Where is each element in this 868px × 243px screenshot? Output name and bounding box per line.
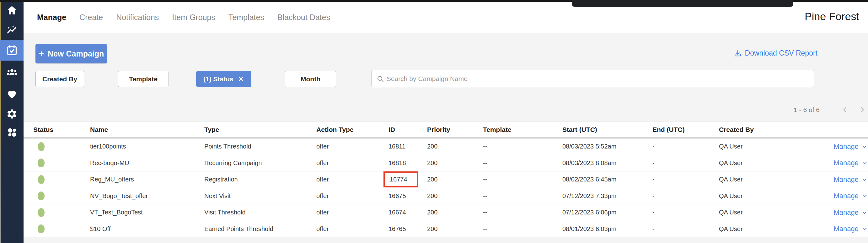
cell-template: --	[483, 192, 562, 200]
clear-filter-icon[interactable]: ✕	[238, 75, 244, 83]
cell-name: Reg_MU_offers	[90, 176, 204, 183]
manage-label: Manage	[834, 176, 859, 184]
cell-action-type: offer	[316, 192, 389, 200]
cell-priority: 200	[427, 176, 483, 183]
cell-template: --	[483, 176, 562, 183]
heart-icon	[6, 89, 18, 100]
cell-start-utc: 07/12/2023 6:06pm	[562, 209, 652, 216]
status-active-dot	[38, 191, 44, 200]
main-nav: ManageCreateNotificationsItem GroupsTemp…	[37, 2, 330, 33]
calendar-check-icon	[6, 44, 18, 56]
sidebar-item-heart[interactable]	[0, 84, 24, 104]
column-header-template: Template	[483, 126, 562, 133]
manage-label: Manage	[834, 225, 859, 233]
cell-template: --	[483, 209, 562, 216]
manage-dropdown-button[interactable]: Manage	[820, 209, 868, 217]
sidebar	[0, 0, 24, 243]
download-csv-link[interactable]: Download CSV Report	[734, 49, 817, 57]
cell-created-by: QA User	[719, 225, 820, 233]
nav-tab-manage[interactable]: Manage	[37, 13, 66, 22]
nav-tab-create[interactable]: Create	[80, 13, 103, 22]
nav-tab-templates[interactable]: Templates	[228, 13, 264, 22]
cell-end-utc: -	[652, 176, 719, 183]
cell-created-by: QA User	[719, 143, 820, 150]
new-campaign-button[interactable]: + New Campaign	[35, 44, 107, 63]
search-box[interactable]	[371, 70, 814, 87]
sidebar-item-gear[interactable]	[0, 103, 24, 124]
column-header-start-utc: Start (UTC)	[562, 126, 652, 133]
cell-type: Points Threshold	[204, 143, 316, 150]
manage-dropdown-button[interactable]: Manage	[820, 192, 868, 200]
cell-priority: 200	[427, 225, 483, 233]
cell-created-by: QA User	[719, 159, 820, 167]
nav-tab-item-groups[interactable]: Item Groups	[172, 13, 215, 22]
chevron-right-icon	[859, 107, 866, 113]
people-icon	[6, 66, 18, 78]
cell-start-utc: 08/01/2023 6:03pm	[562, 225, 652, 233]
column-header-created-by: Created By	[719, 126, 820, 133]
manage-dropdown-button[interactable]: Manage	[820, 143, 868, 151]
filter-chip-month[interactable]: Month	[285, 71, 336, 87]
manage-label: Manage	[834, 192, 859, 200]
nav-tab-notifications[interactable]: Notifications	[116, 13, 159, 22]
chevron-down-icon	[862, 193, 867, 199]
manage-dropdown-button[interactable]: Manage	[820, 159, 868, 167]
table-row: VT_Test_BogoTestVisit Thresholdoffer1667…	[24, 204, 868, 221]
sidebar-item-people[interactable]	[0, 62, 24, 83]
plus-icon: +	[39, 49, 44, 58]
cell-action-type: offer	[316, 209, 389, 216]
chevron-down-icon	[862, 210, 867, 215]
table-row: Rec-bogo-MURecurring Campaignoffer168182…	[24, 155, 868, 172]
sidebar-item-home[interactable]	[0, 0, 24, 21]
filter-chip-label: Created By	[42, 75, 77, 83]
column-header-type: Type	[204, 126, 316, 133]
cell-type: Next Visit	[204, 192, 316, 200]
filter-chip-1-status[interactable]: (1) Status✕	[196, 71, 251, 87]
manage-dropdown-button[interactable]: Manage	[820, 176, 868, 184]
cell-template: --	[483, 143, 562, 150]
cell-type: Visit Threshold	[204, 209, 316, 216]
cell-name: NV_Bogo_Test_offer	[90, 192, 204, 200]
new-campaign-label: New Campaign	[48, 49, 104, 58]
pagination-range: 1 - 6 of 6	[794, 106, 820, 114]
campaign-id: 16765	[389, 225, 406, 233]
download-csv-label: Download CSV Report	[745, 49, 817, 57]
search-input[interactable]	[386, 75, 809, 83]
chevron-down-icon	[862, 226, 867, 232]
cell-id: 16774	[389, 175, 427, 184]
manage-label: Manage	[834, 209, 859, 217]
sidebar-item-apps-cluster[interactable]	[0, 122, 24, 143]
pagination: 1 - 6 of 6	[794, 104, 868, 115]
next-page-button[interactable]	[857, 105, 867, 115]
column-header-name: Name	[90, 126, 204, 133]
cell-template: --	[483, 225, 562, 233]
cell-status	[33, 208, 90, 217]
cell-priority: 200	[427, 143, 483, 150]
campaigns-table: StatusNameTypeAction TypeIDPriorityTempl…	[24, 121, 868, 237]
sidebar-item-calendar-check[interactable]	[0, 40, 24, 61]
campaign-id-highlighted: 16774	[383, 172, 418, 187]
cell-name: $10 Off	[90, 225, 204, 233]
cell-type: Registration	[204, 176, 316, 183]
cell-start-utc: 08/03/2023 5:52am	[562, 143, 652, 150]
cell-status	[33, 191, 90, 200]
chevron-down-icon	[862, 177, 867, 182]
cell-priority: 200	[427, 159, 483, 167]
filter-chip-template[interactable]: Template	[118, 71, 169, 87]
table-row: Reg_MU_offersRegistrationoffer16774200--…	[24, 172, 868, 188]
cell-name: Rec-bogo-MU	[90, 159, 204, 167]
campaign-id: 16674	[389, 209, 406, 216]
nav-tab-blackout-dates[interactable]: Blackout Dates	[277, 13, 330, 22]
cell-start-utc: 08/03/2023 8:08am	[562, 159, 652, 167]
filter-chip-created-by[interactable]: Created By	[35, 71, 84, 87]
table-header-row: StatusNameTypeAction TypeIDPriorityTempl…	[24, 122, 868, 139]
cell-status	[33, 175, 90, 184]
cell-template: --	[483, 159, 562, 167]
cell-priority: 200	[427, 192, 483, 200]
cell-status	[33, 142, 90, 151]
previous-page-button[interactable]	[840, 105, 850, 115]
manage-dropdown-button[interactable]: Manage	[820, 225, 868, 233]
home-icon	[6, 5, 18, 16]
merchant-name: Pine Forest	[805, 2, 859, 31]
sidebar-item-analytics[interactable]	[0, 20, 24, 40]
